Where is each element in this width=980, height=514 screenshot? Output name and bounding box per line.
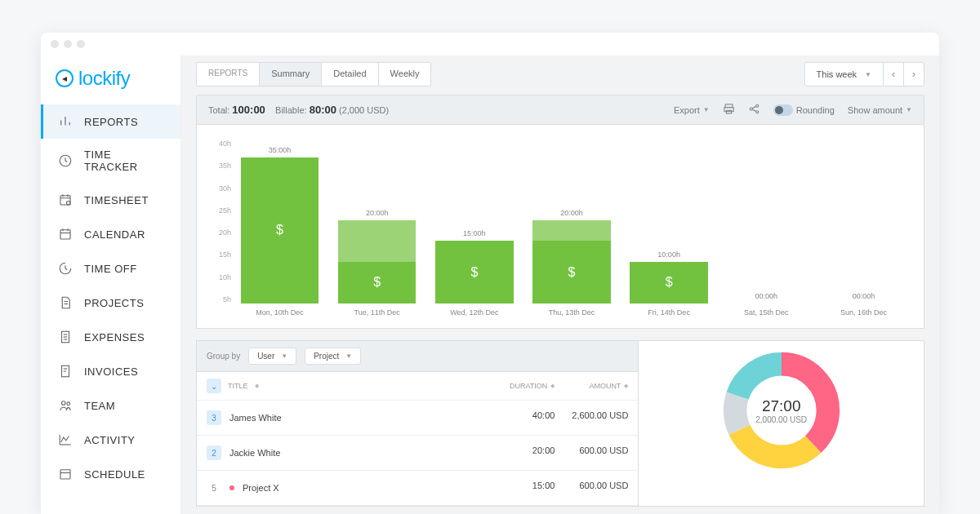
bar-segment-nonbillable — [532, 220, 610, 241]
bottom-panel: Group by User▼ Project▼ ⌄ TITLE◆ — [196, 340, 924, 507]
bar-category-label: Tue, 11th Dec — [354, 308, 400, 317]
top-controls: REPORTS Summary Detailed Weekly This wee… — [196, 62, 924, 86]
svg-rect-30 — [726, 110, 731, 113]
bar-stack[interactable]: $ — [435, 241, 513, 304]
row-duration: 40:00 — [481, 410, 555, 425]
export-button[interactable]: Export ▼ — [674, 105, 710, 115]
table-row[interactable]: 5Project X15:00600.00 USD — [197, 471, 638, 506]
tab-summary[interactable]: Summary — [260, 63, 322, 86]
sidebar-item-time-off[interactable]: TIME OFF — [41, 251, 180, 286]
sidebar-item-reports[interactable]: REPORTS — [41, 104, 180, 139]
tab-weekly[interactable]: Weekly — [379, 63, 431, 86]
summary-actions: Export ▼ Rounding Show amount — [674, 103, 912, 117]
bar-value-label: 35:00h — [269, 146, 292, 154]
y-tick: 15h — [208, 250, 231, 259]
sidebar-item-label: TIMESHEET — [84, 194, 149, 206]
project-color-dot — [229, 485, 234, 490]
sidebar-item-label: TEAM — [84, 400, 115, 412]
sidebar-item-schedule[interactable]: SCHEDULE — [41, 457, 180, 491]
sidebar-item-team[interactable]: TEAM — [41, 388, 180, 423]
bar-stack[interactable]: $ — [630, 262, 707, 304]
logo[interactable]: lockify — [41, 55, 180, 104]
table-header: ⌄ TITLE◆ DURATION◆ AMOUNT◆ — [197, 372, 638, 401]
row-amount: 600.00 USD — [555, 445, 628, 460]
summary-totals: Total: 100:00 Billable: 80:00 (2,000 USD… — [208, 104, 389, 116]
bar-value-label: 15:00h — [463, 229, 486, 237]
schedule-icon — [58, 467, 73, 481]
share-icon[interactable] — [748, 103, 760, 117]
row-duration: 20:00 — [481, 445, 555, 460]
table-row[interactable]: 2Jackie White20:00600.00 USD — [197, 436, 638, 471]
bar-segment-nonbillable — [338, 220, 416, 262]
sidebar-item-time-tracker[interactable]: TIME TRACKER — [41, 139, 180, 183]
rounding-toggle[interactable]: Rounding — [773, 104, 835, 116]
toggle-switch[interactable] — [773, 104, 793, 116]
bar-category-label: Sat, 15th Dec — [744, 308, 789, 317]
tab-header: REPORTS — [197, 63, 260, 86]
sidebar-item-label: CALENDAR — [84, 228, 145, 241]
tab-detailed[interactable]: Detailed — [322, 63, 378, 86]
date-prev-button[interactable]: ‹ — [884, 63, 904, 86]
row-amount: 2,600.00 USD — [555, 410, 628, 425]
group-chip-project[interactable]: Project▼ — [305, 348, 361, 365]
bar-column: 10:00h$Fri, 14th Dec — [621, 136, 718, 304]
svg-point-8 — [67, 202, 71, 206]
sidebar-item-label: SCHEDULE — [84, 468, 145, 481]
sidebar-item-calendar[interactable]: CALENDAR — [41, 217, 180, 251]
clock-logo-icon — [56, 69, 74, 87]
donut-chart: 27:00 2,000.00 USD — [720, 349, 843, 472]
report-tabs: REPORTS Summary Detailed Weekly — [196, 62, 431, 86]
window-dot — [51, 40, 59, 48]
y-tick: 35h — [208, 162, 231, 170]
date-range-select[interactable]: This week ▼ — [805, 63, 884, 86]
chevron-down-icon: ▼ — [345, 352, 352, 360]
app-body: lockify REPORTSTIME TRACKERTIMESHEETCALE… — [41, 55, 939, 514]
show-amount-button[interactable]: Show amount ▼ — [848, 105, 912, 115]
app-window: lockify REPORTSTIME TRACKERTIMESHEETCALE… — [41, 33, 939, 514]
dollar-icon: $ — [666, 275, 673, 290]
date-next-button[interactable]: › — [904, 63, 924, 86]
window-titlebar — [41, 33, 939, 55]
group-by-label: Group by — [207, 352, 240, 361]
print-icon[interactable] — [723, 103, 735, 117]
sidebar-item-timesheet[interactable]: TIMESHEET — [41, 183, 180, 217]
row-amount: 600.00 USD — [555, 481, 628, 495]
col-duration[interactable]: DURATION — [510, 382, 547, 390]
row-name: James White — [229, 413, 282, 423]
chevron-down-icon: ▼ — [281, 352, 287, 360]
sidebar-item-projects[interactable]: PROJECTS — [41, 286, 180, 320]
y-tick: 10h — [208, 273, 231, 281]
group-chip-user[interactable]: User▼ — [248, 348, 296, 365]
svg-point-23 — [67, 402, 70, 405]
bar-category-label: Fri, 14th Dec — [648, 308, 690, 317]
window-dot — [77, 40, 85, 48]
bar-column: 15:00h$Wed, 12th Dec — [425, 136, 523, 304]
bar-value-label: 20:00h — [366, 209, 389, 217]
bar-category-label: Wed, 12th Dec — [450, 308, 498, 317]
expand-all-button[interactable]: ⌄ — [207, 379, 221, 393]
col-title[interactable]: TITLE — [228, 382, 248, 390]
breakdown-table: Group by User▼ Project▼ ⌄ TITLE◆ — [196, 340, 639, 507]
y-tick: 20h — [208, 228, 231, 237]
sidebar-item-activity[interactable]: ACTIVITY — [41, 423, 180, 457]
sidebar-item-invoices[interactable]: INVOICES — [41, 354, 180, 388]
sidebar-item-label: EXPENSES — [84, 331, 145, 343]
bar-stack[interactable]: $ — [532, 220, 610, 304]
bar-stack[interactable]: $ — [338, 220, 416, 304]
date-range-control: This week ▼ ‹ › — [804, 62, 924, 86]
sidebar-item-expenses[interactable]: EXPENSES — [41, 320, 180, 354]
sort-icon[interactable]: ◆ — [255, 383, 259, 389]
bar-stack[interactable]: $ — [241, 157, 318, 304]
sort-icon[interactable]: ◆ — [624, 383, 628, 389]
svg-line-34 — [752, 106, 756, 109]
main-content: REPORTS Summary Detailed Weekly This wee… — [181, 55, 939, 514]
summary-bar: Total: 100:00 Billable: 80:00 (2,000 USD… — [196, 95, 924, 125]
chevron-down-icon: ▼ — [865, 71, 871, 78]
table-row[interactable]: 3James White40:002,600.00 USD — [197, 401, 638, 436]
window-dot — [64, 40, 72, 48]
dollar-icon: $ — [276, 223, 283, 237]
bar-segment-billable: $ — [241, 157, 318, 304]
col-amount[interactable]: AMOUNT — [589, 382, 621, 390]
bar-column: 00:00hSat, 15th Dec — [718, 136, 815, 304]
row-name: Jackie White — [229, 448, 280, 458]
